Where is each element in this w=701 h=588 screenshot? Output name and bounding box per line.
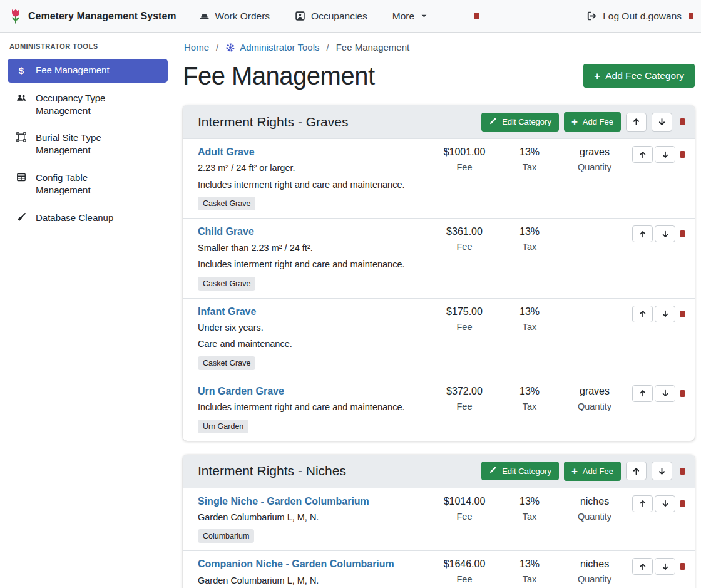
move-category-up-button[interactable] bbox=[626, 462, 647, 480]
fee-row-actions bbox=[627, 225, 685, 242]
move-fee-down-button[interactable] bbox=[655, 558, 675, 575]
tax-label: Tax bbox=[497, 322, 562, 332]
sidebar-item-fee-management[interactable]: $ Fee Management bbox=[8, 59, 168, 83]
red-marker bbox=[680, 151, 685, 158]
tax-column: 13% Tax bbox=[497, 495, 562, 522]
edit-category-button[interactable]: Edit Category bbox=[481, 113, 559, 132]
fee-description: Includes interment right and care and ma… bbox=[198, 401, 432, 414]
edit-category-button[interactable]: Edit Category bbox=[481, 462, 559, 480]
quantity-column: graves Quantity bbox=[562, 385, 627, 411]
sidebar-item-label: Fee Management bbox=[36, 64, 110, 76]
sidebar-item-config-table-management[interactable]: Config Table Management bbox=[8, 167, 168, 202]
move-fee-down-button[interactable] bbox=[655, 146, 675, 163]
arrow-down-icon bbox=[661, 389, 670, 398]
pencil-icon bbox=[489, 466, 497, 476]
add-fee-label: Add Fee bbox=[583, 117, 613, 126]
tulip-logo-icon bbox=[9, 8, 23, 24]
category-title: Interment Rights - Graves bbox=[198, 115, 481, 130]
fee-name-link[interactable]: Companion Niche - Garden Columbarium bbox=[198, 558, 394, 570]
sidebar-item-burial-site-type-management[interactable]: Burial Site Type Management bbox=[8, 126, 168, 162]
breadcrumb-home-link[interactable]: Home bbox=[184, 42, 209, 53]
fee-name-link[interactable]: Adult Grave bbox=[198, 146, 255, 158]
fee-description: Garden Columbarium L, M, N. bbox=[198, 512, 432, 524]
sidebar-item-label: Database Cleanup bbox=[36, 212, 113, 224]
plus-icon: + bbox=[571, 116, 578, 127]
move-fee-down-button[interactable] bbox=[655, 385, 675, 402]
sidebar: ADMINISTRATOR TOOLS $ Fee Management Occ… bbox=[0, 33, 175, 234]
tax-column: 13% Tax bbox=[497, 306, 562, 332]
quantity-value: graves bbox=[562, 386, 627, 397]
add-fee-category-button[interactable]: + Add Fee Category bbox=[583, 64, 695, 88]
move-fee-down-button[interactable] bbox=[655, 306, 675, 322]
fee-row-actions bbox=[627, 495, 685, 512]
fee-description: Includes interment right and care and ma… bbox=[198, 259, 432, 271]
category-header: Interment Rights - Niches Edit Category … bbox=[183, 455, 695, 488]
move-fee-up-button[interactable] bbox=[632, 385, 653, 402]
move-fee-up-button[interactable] bbox=[632, 306, 653, 322]
hard-hat-icon bbox=[199, 11, 210, 21]
fee-row: Child Grave Smaller than 2.23 m² / 24 ft… bbox=[183, 218, 695, 297]
add-fee-button[interactable]: + Add Fee bbox=[564, 462, 621, 481]
move-fee-up-button[interactable] bbox=[632, 146, 653, 163]
category-header: Interment Rights - Graves Edit Category … bbox=[183, 105, 695, 138]
move-fee-up-button[interactable] bbox=[632, 558, 653, 575]
fee-row: Infant Grave Under six years. Care and m… bbox=[183, 298, 695, 378]
move-category-down-button[interactable] bbox=[652, 113, 672, 132]
fee-column: $175.00 Fee bbox=[432, 306, 497, 332]
nav-item-work-orders[interactable]: Work Orders bbox=[199, 11, 270, 22]
move-fee-up-button[interactable] bbox=[632, 225, 653, 242]
tax-column: 13% Tax bbox=[497, 385, 562, 411]
breadcrumb-admin-tools-link[interactable]: Administrator Tools bbox=[225, 42, 319, 53]
vector-square-icon bbox=[15, 132, 28, 142]
fee-amount: $175.00 bbox=[432, 306, 497, 317]
fee-description: Garden Columbarium L, M, N. bbox=[198, 575, 432, 587]
tax-label: Tax bbox=[497, 162, 562, 172]
logout-icon bbox=[586, 11, 597, 21]
move-fee-down-button[interactable] bbox=[655, 495, 675, 512]
arrow-up-icon bbox=[632, 117, 641, 126]
logout-link[interactable]: Log Out d.gowans bbox=[586, 11, 682, 22]
arrow-down-icon bbox=[661, 562, 670, 571]
fee-amount: $1646.00 bbox=[432, 559, 497, 570]
brand-title: Cemetery Management System bbox=[28, 11, 177, 22]
fee-row-actions bbox=[627, 558, 685, 575]
breadcrumb-separator: / bbox=[326, 42, 329, 53]
brand[interactable]: Cemetery Management System bbox=[9, 8, 177, 24]
sidebar-item-database-cleanup[interactable]: Database Cleanup bbox=[8, 207, 168, 230]
fee-label: Fee bbox=[432, 574, 497, 584]
add-fee-label: Add Fee bbox=[583, 467, 613, 476]
fee-amount: $1001.00 bbox=[432, 147, 497, 158]
dollar-icon: $ bbox=[15, 64, 28, 77]
fee-description: Includes interment right and care and ma… bbox=[198, 179, 432, 192]
sidebar-item-occupancy-type-management[interactable]: Occupancy Type Management bbox=[8, 87, 168, 123]
nav-item-more[interactable]: More bbox=[392, 11, 428, 22]
fee-column: $361.00 Fee bbox=[432, 225, 497, 252]
breadcrumb-admin-tools-label: Administrator Tools bbox=[240, 42, 319, 53]
tax-value: 13% bbox=[497, 226, 562, 237]
pencil-icon bbox=[489, 117, 497, 127]
fee-name-link[interactable]: Infant Grave bbox=[198, 306, 256, 317]
tax-value: 13% bbox=[497, 559, 562, 570]
fee-badge: Columbarium bbox=[198, 529, 254, 543]
nav-item-occupancies[interactable]: Occupancies bbox=[295, 11, 367, 22]
move-fee-up-button[interactable] bbox=[632, 495, 653, 512]
red-marker bbox=[680, 230, 685, 237]
gear-icon bbox=[225, 43, 235, 53]
breadcrumb-separator: / bbox=[216, 42, 218, 53]
main-content: Home / Administrator Tools / Fee Managem… bbox=[175, 33, 701, 588]
move-fee-down-button[interactable] bbox=[655, 225, 675, 242]
move-category-down-button[interactable] bbox=[652, 462, 672, 480]
breadcrumb-current: Fee Management bbox=[336, 42, 410, 53]
category-card: Interment Rights - Graves Edit Category … bbox=[183, 105, 695, 441]
fee-info: Single Niche - Garden Columbarium Garden… bbox=[198, 495, 432, 544]
quantity-label: Quantity bbox=[562, 162, 627, 172]
fee-name-link[interactable]: Single Niche - Garden Columbarium bbox=[198, 495, 369, 507]
fee-name-link[interactable]: Urn Garden Grave bbox=[198, 385, 284, 397]
category-title: Interment Rights - Niches bbox=[198, 463, 481, 478]
add-fee-button[interactable]: + Add Fee bbox=[564, 112, 621, 132]
move-category-up-button[interactable] bbox=[626, 113, 647, 132]
fee-description: 2.23 m² / 24 ft² or larger. bbox=[198, 162, 432, 175]
fee-name-link[interactable]: Child Grave bbox=[198, 225, 254, 237]
quantity-label: Quantity bbox=[562, 574, 627, 584]
quantity-column: niches Quantity bbox=[562, 495, 627, 522]
